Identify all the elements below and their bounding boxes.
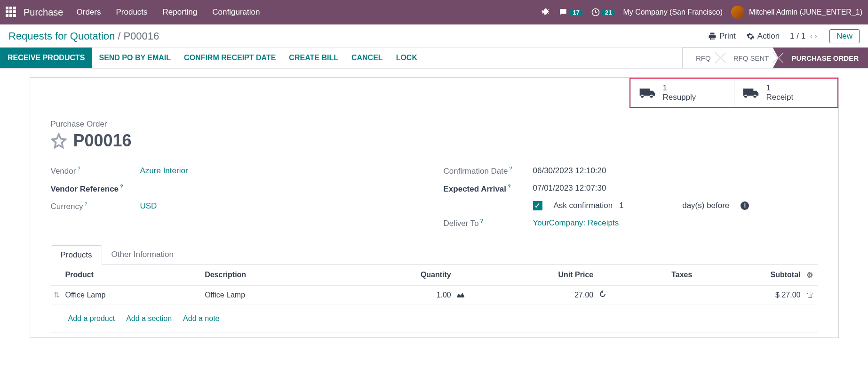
- line-product[interactable]: Office Lamp: [63, 285, 202, 305]
- columns-options-icon[interactable]: ⚙: [806, 271, 813, 279]
- add-section-link[interactable]: Add a section: [126, 314, 172, 323]
- user-name: Mitchell Admin (JUNE_ENTER_1): [749, 8, 862, 16]
- status-purchase-order: PURCHASE ORDER: [778, 48, 868, 68]
- help-icon[interactable]: ?: [508, 184, 511, 189]
- help-icon[interactable]: ?: [84, 201, 87, 207]
- action-button[interactable]: Action: [746, 32, 780, 41]
- activities-icon[interactable]: 21: [591, 8, 614, 17]
- expected-arrival-field[interactable]: 07/01/2023 12:07:30: [533, 184, 606, 193]
- menu-configuration[interactable]: Configuration: [212, 8, 260, 17]
- print-button[interactable]: Print: [708, 32, 736, 41]
- table-row[interactable]: ⇅ Office Lamp Office Lamp 1.00 27.00 $ 2…: [51, 285, 818, 305]
- avatar: [731, 6, 744, 19]
- currency-field[interactable]: USD: [140, 201, 157, 211]
- stat-receipt[interactable]: 1Receipt: [734, 79, 837, 107]
- line-description[interactable]: Office Lamp: [202, 285, 344, 305]
- truck-icon: [743, 87, 760, 99]
- help-icon[interactable]: ?: [77, 166, 80, 171]
- stat-buttons-highlight: 1Resupply 1Receipt: [629, 78, 838, 108]
- pager: 1 / 1 ‹›: [790, 32, 819, 41]
- line-qty[interactable]: 1.00: [344, 285, 454, 305]
- action-bar: RECEIVE PRODUCTS SEND PO BY EMAIL CONFIR…: [0, 47, 868, 69]
- new-button[interactable]: New: [829, 29, 860, 43]
- ask-confirmation-checkbox[interactable]: ✓: [533, 201, 542, 210]
- tab-products[interactable]: Products: [51, 245, 102, 265]
- stat-resupply[interactable]: 1Resupply: [630, 79, 734, 107]
- days-before-field[interactable]: 1: [619, 201, 676, 210]
- form-sheet: 1Resupply 1Receipt Purchase Order P00016…: [30, 77, 839, 338]
- lock-button[interactable]: LOCK: [390, 48, 424, 68]
- order-lines-table: Product Description Quantity Unit Price …: [51, 265, 818, 333]
- create-bill-button[interactable]: CREATE BILL: [282, 48, 345, 68]
- star-icon[interactable]: [51, 133, 67, 149]
- cancel-button[interactable]: CANCEL: [345, 48, 390, 68]
- confirm-date-button[interactable]: CONFIRM RECEIPT DATE: [177, 48, 282, 68]
- app-name[interactable]: Purchase: [24, 7, 64, 18]
- add-note-link[interactable]: Add a note: [183, 314, 219, 323]
- debug-icon[interactable]: [541, 8, 550, 17]
- line-price[interactable]: 27.00: [473, 285, 596, 305]
- record-name: P00016: [73, 131, 132, 151]
- activities-badge: 21: [602, 9, 614, 16]
- help-icon[interactable]: ?: [120, 184, 123, 189]
- status-bar: RFQ RFQ SENT PURCHASE ORDER: [682, 48, 868, 68]
- forecast-icon[interactable]: [457, 291, 464, 299]
- menu-reporting[interactable]: Reporting: [163, 8, 198, 17]
- line-taxes[interactable]: [615, 285, 695, 305]
- breadcrumb-parent[interactable]: Requests for Quotation: [8, 30, 115, 42]
- breadcrumb-current: P00016: [123, 30, 159, 42]
- messages-icon[interactable]: 17: [558, 8, 582, 17]
- pager-next[interactable]: ›: [814, 32, 819, 40]
- top-nav: Purchase Orders Products Reporting Confi…: [0, 0, 868, 24]
- record-type-label: Purchase Order: [51, 120, 818, 129]
- messages-badge: 17: [570, 9, 582, 16]
- menu-products[interactable]: Products: [116, 8, 147, 17]
- vendor-field[interactable]: Azure Interior: [140, 166, 188, 176]
- help-icon[interactable]: ?: [510, 166, 512, 171]
- delete-line-icon[interactable]: 🗑: [806, 291, 814, 299]
- add-product-link[interactable]: Add a product: [68, 314, 115, 323]
- status-rfq[interactable]: RFQ: [682, 48, 720, 68]
- info-icon[interactable]: i: [741, 201, 749, 210]
- pager-prev[interactable]: ‹: [810, 32, 815, 40]
- control-panel: Requests for Quotation / P00016 Print Ac…: [0, 24, 868, 47]
- menu-orders[interactable]: Orders: [77, 8, 101, 17]
- drag-handle-icon[interactable]: ⇅: [51, 285, 63, 305]
- tab-other-info[interactable]: Other Information: [102, 245, 183, 265]
- confirmation-date-field[interactable]: 06/30/2023 12:10:20: [533, 166, 606, 176]
- company-selector[interactable]: My Company (San Francisco): [623, 8, 723, 16]
- price-history-icon[interactable]: [599, 291, 606, 299]
- status-rfq-sent[interactable]: RFQ SENT: [720, 48, 779, 68]
- send-po-button[interactable]: SEND PO BY EMAIL: [92, 48, 177, 68]
- help-icon[interactable]: ?: [480, 218, 483, 224]
- apps-icon[interactable]: [6, 7, 17, 18]
- user-menu[interactable]: Mitchell Admin (JUNE_ENTER_1): [731, 6, 862, 19]
- breadcrumb: Requests for Quotation / P00016: [8, 30, 159, 42]
- line-subtotal: $ 27.00: [695, 285, 803, 305]
- receive-products-button[interactable]: RECEIVE PRODUCTS: [0, 48, 92, 68]
- deliver-to-field[interactable]: YourCompany: Receipts: [533, 218, 619, 228]
- truck-icon: [639, 87, 656, 99]
